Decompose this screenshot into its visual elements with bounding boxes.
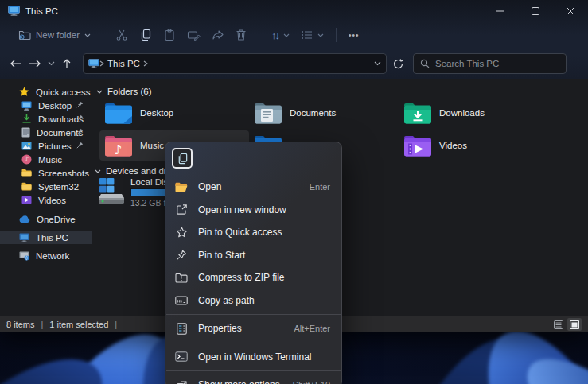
pin-icon	[175, 250, 188, 261]
address-dropdown-icon[interactable]	[374, 61, 381, 66]
cut-button[interactable]	[110, 25, 134, 45]
recent-locations-button[interactable]	[45, 54, 57, 73]
navigation-pane: Quick access Desktop Downloads Documents…	[0, 79, 92, 316]
tile-desktop[interactable]: Desktop	[99, 98, 249, 128]
menu-item-show-more-options[interactable]: Show more options Shift+F10	[165, 374, 341, 384]
toolbar-separator	[336, 28, 337, 42]
sort-button[interactable]: ↑↓	[266, 26, 295, 45]
view-icon	[301, 29, 313, 41]
address-bar[interactable]: This PC	[83, 53, 387, 74]
menu-item-pin-quick-access[interactable]: Pin to Quick access	[165, 221, 341, 244]
copy-button[interactable]	[134, 25, 158, 45]
menu-item-open[interactable]: Open Enter	[165, 176, 341, 199]
sidebar-item-documents[interactable]: Documents	[0, 126, 92, 139]
folders-section-header[interactable]: Folders (6)	[96, 87, 152, 96]
menu-item-label: Copy as path	[198, 295, 255, 306]
tile-downloads[interactable]: Downloads	[399, 98, 548, 128]
title-bar[interactable]: This PC	[0, 0, 588, 21]
menu-item-compress-zip[interactable]: Compress to ZIP file	[165, 266, 341, 289]
breadcrumb-chevron-icon[interactable]	[143, 60, 148, 67]
tile-label: Desktop	[140, 108, 173, 118]
share-button[interactable]	[206, 25, 230, 45]
sidebar-item-downloads[interactable]: Downloads	[0, 112, 92, 126]
sidebar-item-system32[interactable]: System32	[0, 180, 92, 193]
sidebar-item-label: Pictures	[38, 142, 72, 151]
sidebar-item-this-pc[interactable]: This PC	[0, 231, 92, 244]
forward-button[interactable]	[25, 54, 45, 73]
menu-item-pin-to-start[interactable]: Pin to Start	[165, 244, 341, 267]
videos-icon	[21, 196, 32, 204]
zip-icon	[175, 273, 188, 283]
sidebar-item-videos[interactable]: Videos	[0, 193, 92, 207]
sidebar-item-label: Screenshots	[38, 169, 89, 178]
view-button[interactable]	[295, 26, 329, 44]
context-menu-icon-bar	[165, 146, 341, 170]
pin-quick-access-icon	[175, 227, 188, 239]
hard-drive-icon	[96, 177, 127, 208]
more-icon: •••	[349, 31, 360, 40]
folder-icon	[21, 169, 32, 177]
star-icon	[19, 87, 29, 97]
search-input[interactable]	[435, 59, 547, 68]
sidebar-item-music[interactable]: ♪ Music	[0, 153, 92, 166]
rename-button[interactable]	[181, 25, 206, 45]
tile-label: Documents	[290, 108, 336, 118]
maximize-button[interactable]	[518, 0, 553, 21]
paste-icon	[163, 29, 176, 41]
delete-button[interactable]	[230, 25, 252, 45]
sidebar-item-desktop[interactable]: Desktop	[0, 99, 92, 112]
search-box[interactable]	[413, 53, 567, 74]
minimize-button[interactable]	[483, 0, 518, 21]
paste-button[interactable]	[158, 25, 181, 45]
menu-separator	[166, 343, 341, 343]
chevron-down-icon[interactable]	[95, 169, 101, 173]
sidebar-item-pictures[interactable]: Pictures	[0, 139, 92, 153]
pin-icon	[76, 142, 84, 149]
chevron-down-icon[interactable]	[96, 90, 103, 94]
pictures-icon	[21, 142, 32, 150]
chevron-down-icon	[317, 33, 324, 37]
tile-videos[interactable]: Videos	[399, 130, 548, 161]
menu-item-open-new-window[interactable]: Open in new window	[165, 199, 341, 222]
sidebar-item-label: Music	[38, 155, 62, 165]
desktop-folder-icon	[104, 102, 133, 125]
copy-button[interactable]	[172, 148, 193, 169]
thumbnail-view-button[interactable]	[567, 318, 582, 331]
menu-separator	[166, 314, 341, 315]
folders-header-label: Folders (6)	[107, 87, 152, 96]
details-view-button[interactable]	[551, 318, 566, 331]
videos-folder-icon	[403, 134, 432, 157]
svg-text:♪: ♪	[25, 155, 29, 163]
sidebar-item-quick-access[interactable]: Quick access	[0, 85, 92, 99]
menu-item-open-windows-terminal[interactable]: Open in Windows Terminal	[165, 346, 341, 369]
show-more-icon	[175, 379, 188, 384]
chevron-down-icon	[84, 33, 91, 37]
new-folder-button[interactable]: New folder	[13, 26, 96, 44]
menu-item-label: Properties	[198, 323, 242, 334]
more-options-button[interactable]: •••	[343, 28, 365, 43]
folder-icon	[21, 182, 32, 191]
context-menu: Open Enter Open in new window Pin to Qui…	[165, 142, 342, 384]
close-button[interactable]	[553, 0, 588, 21]
menu-item-label: Open	[198, 181, 221, 192]
back-button[interactable]	[6, 54, 25, 73]
refresh-button[interactable]	[393, 59, 403, 69]
window-title: This PC	[25, 6, 58, 16]
status-divider: |	[115, 320, 117, 329]
toolbar-separator	[259, 28, 259, 42]
desktop-icon	[21, 101, 32, 111]
tile-documents[interactable]: Documents	[249, 98, 399, 128]
up-button[interactable]	[57, 54, 76, 73]
menu-item-properties[interactable]: Properties Alt+Enter	[165, 317, 341, 340]
sidebar-item-network[interactable]: Network	[0, 249, 92, 262]
menu-item-label: Show more options	[198, 379, 280, 384]
devices-section-header[interactable]: Devices and dri	[95, 166, 169, 176]
menu-separator	[166, 370, 341, 371]
sidebar-item-screenshots[interactable]: Screenshots	[0, 166, 92, 180]
tile-label: Downloads	[439, 108, 485, 118]
menu-item-copy-as-path[interactable]: Copy as path	[165, 289, 341, 312]
breadcrumb-this-pc[interactable]: This PC	[107, 59, 140, 68]
sidebar-item-label: This PC	[36, 233, 68, 242]
breadcrumb-chevron-icon	[99, 60, 104, 67]
sidebar-item-onedrive[interactable]: OneDrive	[0, 212, 92, 226]
